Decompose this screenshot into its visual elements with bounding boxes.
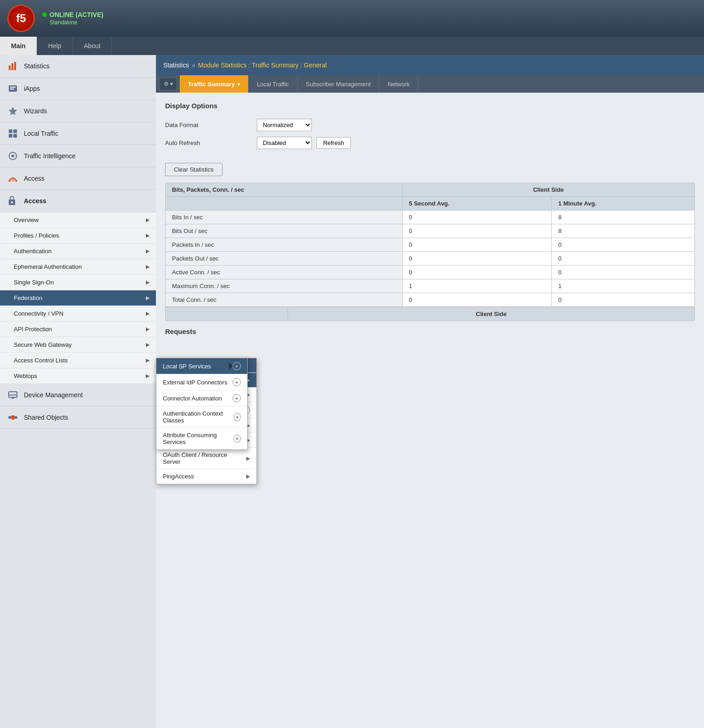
svg-rect-1 [11,63,13,70]
arrow-icon: ▶ [246,473,250,479]
sidebar-item-shared-objects[interactable]: Shared Objects [0,406,156,429]
flyout-item-connector-automation[interactable]: Connector Automation + [156,390,247,406]
svg-rect-9 [9,134,12,138]
svg-rect-7 [9,129,12,133]
submenu-item-federation[interactable]: Federation ▶ [0,290,156,306]
breadcrumb: Statistics » Module Statistics : Traffic… [156,55,704,75]
flyout-item-oauth-client-resource[interactable]: OAuth Client / Resource Server ▶ [156,448,256,469]
row-label: Maximum Conn. / sec [166,279,403,293]
submenu-item-overview[interactable]: Overview ▶ [0,212,156,228]
row-label: Active Conn. / sec [166,266,403,279]
stats-table-body: Bits In / sec 0 8 Bits Out / sec 0 8 Pac… [166,211,695,307]
gear-icon: ⚙ [164,81,169,87]
table-row: Bits Out / sec 0 8 [166,224,695,238]
flyout-item-auth-context-classes[interactable]: Authentication Context Classes + [156,406,247,428]
client-side-header: Client Side [402,183,694,197]
row-label: Packets In / sec [166,238,403,252]
submenu-item-connectivity-vpn[interactable]: Connectivity / VPN ▶ [0,306,156,322]
chart-icon [6,60,19,72]
svg-point-21 [15,416,17,419]
breadcrumb-link[interactable]: Module Statistics : Traffic Summary : Ge… [198,61,327,69]
f5-logo: f5 [7,5,35,32]
sidebar-item-statistics[interactable]: Statistics [0,55,156,78]
second-stats-section: Client Side [165,307,695,321]
submenu-item-authentication[interactable]: Authentication ▶ [0,244,156,259]
table-row: Maximum Conn. / sec 1 1 [166,279,695,293]
plus-circle-icon: + [234,413,241,421]
data-format-cell: Normalized Raw [257,116,356,134]
submenu-item-profiles-policies[interactable]: Profiles / Policies ▶ [0,228,156,244]
svg-point-12 [11,155,14,157]
tab-help[interactable]: Help [37,37,73,55]
plus-circle-icon: + [233,434,241,443]
requests-section: Requests [165,328,695,335]
second-client-side-header: Client Side [288,307,695,321]
sidebar-item-iapps[interactable]: iApps [0,78,156,100]
sidebar-item-wizards[interactable]: Wizards [0,100,156,122]
submenu-item-api-protection[interactable]: API Protection ▶ [0,322,156,337]
stats-table: Bits, Packets, Conn. / sec Client Side 5… [165,183,695,307]
table-row: Active Conn. / sec 0 0 [166,266,695,279]
flyout-item-attribute-consuming[interactable]: Attribute Consuming Services + [156,428,247,450]
data-format-label: Data Format [165,116,257,134]
content-tab-network[interactable]: Network [379,75,418,93]
row-label: Total Conn. / sec [166,293,403,307]
requests-title: Requests [165,328,695,335]
arrow-icon: ▶ [146,342,150,348]
table-row: Packets In / sec 0 0 [166,238,695,252]
flyout-item-external-idp-connectors[interactable]: External IdP Connectors + [156,374,247,390]
submenu-item-ephemeral-auth[interactable]: Ephemeral Authentication ▶ [0,259,156,275]
arrow-icon: ▶ [146,217,150,223]
refresh-button[interactable]: Refresh [316,137,351,149]
options-table: Data Format Normalized Raw Auto Refresh … [165,116,356,152]
submenu-item-secure-web-gateway[interactable]: Secure Web Gateway ▶ [0,337,156,353]
tab-about[interactable]: About [73,37,112,55]
svg-rect-8 [13,129,17,133]
access-icon [6,195,19,207]
local-sp-services-flyout: Local SP Services + External IdP Connect… [156,358,248,450]
val-5sec: 0 [402,224,552,238]
content-nav: ⚙ ▾ Traffic Summary ▾ Local Traffic Subs… [156,75,704,93]
val-5sec: 0 [402,238,552,252]
row-label: Bits Out / sec [166,224,403,238]
svg-rect-10 [13,134,17,138]
stats-subheader-row: 5 Second Avg. 1 Minute Avg. [166,197,695,211]
arrow-icon: ▶ [146,326,150,332]
svg-point-15 [11,201,13,203]
gear-dropdown-arrow: ▾ [170,81,173,87]
sidebar-item-acceleration[interactable]: Access [0,167,156,190]
stats-header-row: Bits, Packets, Conn. / sec Client Side [166,183,695,197]
bits-packets-header: Bits, Packets, Conn. / sec [166,183,403,197]
val-5sec: 0 [402,211,552,224]
content-tab-subscriber-mgmt[interactable]: Subscriber Management [298,75,380,93]
main-layout: Statistics iApps Wizards [0,55,704,728]
5sec-avg-header: 5 Second Avg. [402,197,552,211]
svg-rect-2 [14,62,16,70]
flyout-item-pingaccess[interactable]: PingAccess ▶ [156,469,256,484]
data-format-row: Data Format Normalized Raw [165,116,356,134]
content-tab-traffic-summary[interactable]: Traffic Summary ▾ [180,75,249,93]
submenu-item-webtops[interactable]: Webtops ▶ [0,368,156,384]
status-online: ONLINE (ACTIVE) [42,11,103,18]
content-tab-local-traffic[interactable]: Local Traffic [249,75,298,93]
submenu-item-single-sign-on[interactable]: Single Sign-On ▶ [0,275,156,290]
sidebar-item-device-management[interactable]: Device Management [0,384,156,406]
data-format-select[interactable]: Normalized Raw [257,119,312,131]
val-1min: 0 [552,293,695,307]
gear-button[interactable]: ⚙ ▾ [160,78,177,90]
table-row: Total Conn. / sec 0 0 [166,293,695,307]
arrow-icon: ▶ [146,311,150,317]
sidebar-item-local-traffic[interactable]: Local Traffic [0,122,156,145]
clear-statistics-button[interactable]: Clear Statistics [165,163,222,176]
val-1min: 8 [552,211,695,224]
sidebar-item-traffic-intelligence[interactable]: Traffic Intelligence [0,145,156,167]
arrow-icon: ▶ [146,373,150,379]
auto-refresh-select[interactable]: Disabled 5 seconds 10 seconds 30 seconds… [257,137,312,149]
tab-main[interactable]: Main [0,37,37,55]
val-5sec: 0 [402,266,552,279]
stats-section: Bits, Packets, Conn. / sec Client Side 5… [165,183,695,307]
second-stats-table: Client Side [165,307,695,321]
sidebar-item-access[interactable]: Access [0,190,156,212]
submenu-item-access-control-lists[interactable]: Access Control Lists ▶ [0,353,156,368]
second-client-side-row: Client Side [166,307,695,321]
